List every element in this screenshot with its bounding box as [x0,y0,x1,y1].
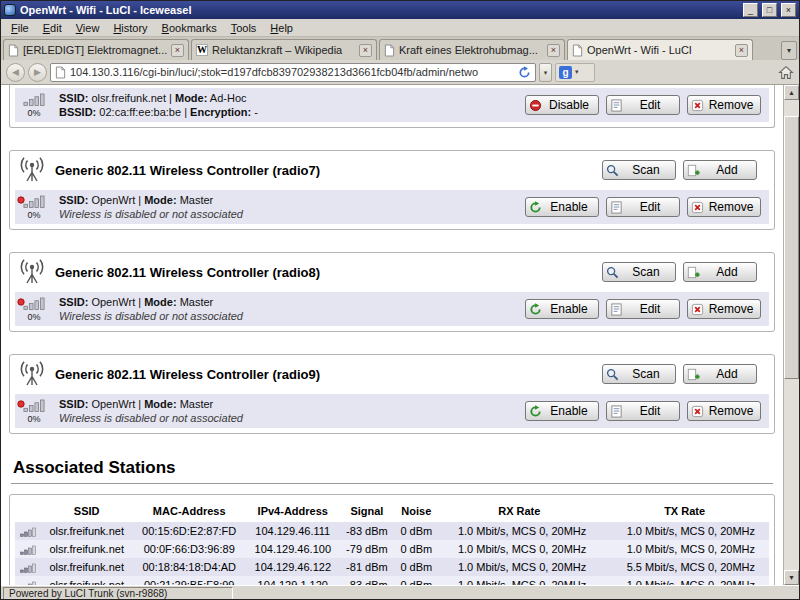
antenna-icon [17,361,47,387]
tab-reluktanzkraft-wikipedia[interactable]: W Reluktanzkraft – Wikipedia × [191,39,377,60]
edit-button[interactable]: Edit [606,299,680,319]
remove-button[interactable]: Remove [687,95,761,115]
controller-actions: Scan Add [602,160,757,180]
edit-button[interactable]: Edit [606,401,680,421]
tab-label: Kraft eines Elektrohubmag... [399,44,543,56]
page-favicon-icon [384,44,395,57]
tab-erledigt-elektromagnet[interactable]: [ERLEDIGT] Elektromagnet... × [3,39,189,60]
signal-indicator: 0% [19,195,49,220]
disable-button[interactable]: Disable [525,95,599,115]
station-tx-rate: 1.0 Mbit/s, MCS 0, 20MHz [600,522,769,540]
add-icon [687,266,700,279]
scan-button[interactable]: Scan [602,160,676,180]
minimize-button[interactable]: _ [743,3,758,17]
ssid-value: OpenWrt [91,398,135,410]
add-button[interactable]: Add [683,364,757,384]
tab-close-icon[interactable]: × [735,44,748,57]
signal-bars-icon [20,563,36,573]
tab-openwrt-wifi-luci[interactable]: OpenWrt - Wifi - LuCI × [567,39,753,60]
enable-button[interactable]: Enable [525,299,599,319]
signal-percent: 0% [19,109,49,118]
back-button[interactable]: ◀ [6,63,25,82]
signal-bars-icon [23,297,45,310]
ssid-mode-line: SSID: OpenWrt | Mode: Master [59,397,515,411]
maximize-button[interactable]: □ [762,3,777,17]
home-button[interactable] [778,65,794,80]
menu-tools[interactable]: Tools [224,20,264,36]
menu-bookmarks[interactable]: Bookmarks [155,20,224,36]
controller-title: Generic 802.11 Wireless Controller (radi… [55,265,594,280]
menu-edit[interactable]: Edit [36,20,69,36]
scan-button[interactable]: Scan [602,262,676,282]
column-rx-rate: RX Rate [438,500,600,522]
station-rx-rate: 1.0 Mbit/s, MCS 0, 20MHz [438,558,600,576]
scrollbar-thumb[interactable] [784,116,799,379]
forward-button[interactable]: ▶ [28,63,47,82]
no-signal-icon [17,400,25,408]
controller-header: Generic 802.11 Wireless Controller (radi… [15,360,769,394]
vertical-scrollbar[interactable]: ▲ ▼ [783,85,799,585]
station-ip: 104.129.46.111 [246,522,339,540]
close-button[interactable]: × [781,3,796,17]
remove-button[interactable]: Remove [687,401,761,421]
column-noise: Noise [394,500,438,522]
station-row: olsr.freifunk.net 00:21:29:B5:F8:99 104.… [15,576,769,585]
signal-indicator: 0% [19,399,49,424]
scan-button[interactable]: Scan [602,364,676,384]
no-signal-icon [17,196,25,204]
station-ssid: olsr.freifunk.net [41,576,132,585]
add-button[interactable]: Add [683,262,757,282]
url-history-dropdown[interactable]: ▾ [539,63,552,82]
station-ip: 104.129.46.122 [246,558,339,576]
menu-view[interactable]: View [69,20,107,36]
add-button[interactable]: Add [683,160,757,180]
tab-close-icon[interactable]: × [359,44,372,57]
list-all-tabs-button[interactable]: ▾ [781,41,797,60]
url-text[interactable]: 104.130.3.116/cgi-bin/luci/;stok=d197dfc… [70,66,514,78]
mode-label: Mode: [144,398,176,410]
network-actions: Enable Edit Remove [525,299,761,319]
page-favicon-icon [572,44,583,57]
remove-button[interactable]: Remove [687,197,761,217]
station-signal: -83 dBm [339,522,394,540]
enable-button[interactable]: Enable [525,197,599,217]
network-actions: Disable Edit Remove [525,95,761,115]
disable-icon [529,99,542,112]
menu-history[interactable]: History [106,20,154,36]
status-text: Powered by LuCI Trunk (svn-r9868) [3,587,233,600]
station-tx-rate: 1.0 Mbit/s, MCS 0, 20MHz [600,540,769,558]
encryption-value: - [254,106,258,118]
edit-button[interactable]: Edit [606,197,680,217]
column-mac-address: MAC-Address [132,500,246,522]
scroll-down-button[interactable]: ▼ [784,570,799,585]
tab-kraft-elektrohubmagnet[interactable]: Kraft eines Elektrohubmag... × [379,39,565,60]
titlebar[interactable]: OpenWrt - Wifi - LuCI - Iceweasel _ □ × [1,1,799,19]
signal-percent: 0% [19,211,49,220]
search-engine-selector[interactable]: g ▾ [555,63,595,82]
icon-column-header [15,500,41,522]
antenna-icon [17,157,47,183]
station-noise: 0 dBm [394,576,438,585]
scrollbar-track[interactable] [784,100,799,570]
menu-help[interactable]: Help [263,20,300,36]
window-title: OpenWrt - Wifi - LuCI - Iceweasel [20,4,739,16]
station-signal: -81 dBm [339,558,394,576]
url-bar[interactable]: 104.130.3.116/cgi-bin/luci/;stok=d197dfc… [50,63,536,82]
tab-close-icon[interactable]: × [547,44,560,57]
signal-percent: 0% [19,415,49,424]
enable-button[interactable]: Enable [525,401,599,421]
edit-button[interactable]: Edit [606,95,680,115]
separator: | [138,194,141,206]
associated-stations-heading: Associated Stations [11,456,773,484]
station-ip: 104.129.46.100 [246,540,339,558]
remove-button[interactable]: Remove [687,299,761,319]
tab-close-icon[interactable]: × [171,44,184,57]
bssid-label: BSSID: [59,106,96,118]
station-row: olsr.freifunk.net 00:0F:66:D3:96:89 104.… [15,540,769,558]
reload-icon[interactable] [518,66,531,79]
scroll-up-button[interactable]: ▲ [784,85,799,100]
separator: | [138,398,141,410]
scan-icon [606,368,619,381]
ssid-label: SSID: [59,194,88,206]
menu-file[interactable]: File [4,20,36,36]
